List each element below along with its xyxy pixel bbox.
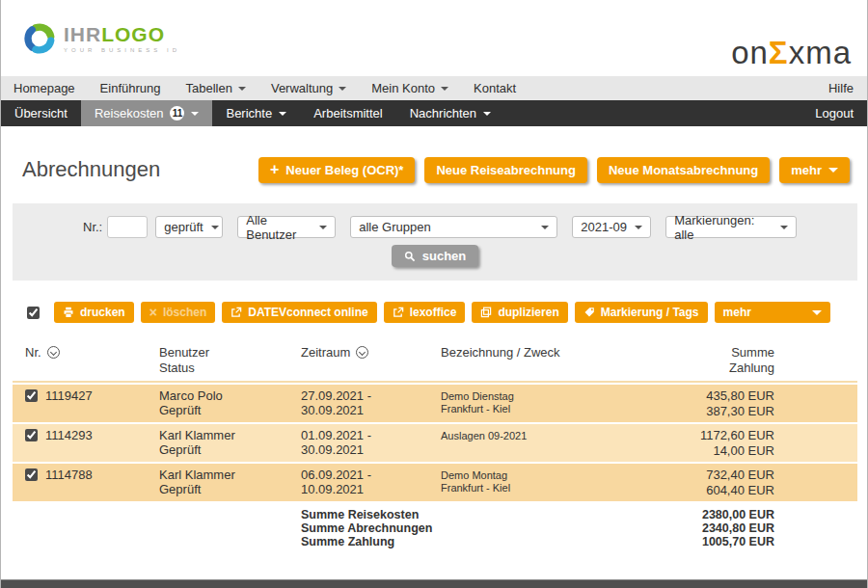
row-payment: 14,00 EUR (692, 443, 774, 459)
nav-mein-konto[interactable]: Mein Konto (359, 76, 461, 100)
footer-bar (1, 579, 867, 588)
row-desc1: Auslagen 09-2021 (441, 430, 692, 442)
more-toolbar-button[interactable]: mehr (715, 302, 830, 323)
row-status: Geprüft (159, 482, 301, 496)
chevron-down-icon (319, 226, 327, 229)
nav-arbeitsmittel[interactable]: Arbeitsmittel (300, 100, 396, 126)
chevron-down-icon (541, 226, 549, 229)
col-period: Zeitraum (301, 345, 350, 361)
duplicate-button[interactable]: duplizieren (472, 302, 567, 323)
sort-nr-icon[interactable] (47, 346, 60, 359)
close-icon: × (149, 307, 157, 317)
datev-export-button[interactable]: DATEVconnect online (222, 302, 376, 323)
row-period-from: 06.09.2021 - (301, 468, 441, 482)
col-payment: Zahlung (692, 361, 774, 376)
col-description: Bezeichnung / Zweck (441, 345, 692, 376)
summary-value: 2380,00 EUR (692, 508, 774, 521)
new-receipt-button[interactable]: + Neuer Beleg (OCR)* (258, 157, 415, 183)
table-row[interactable]: 1119427 Marco Polo Geprüft 27.09.2021 - … (13, 385, 857, 422)
filter-panel: Nr.: geprüft Alle Benutzer alle Gruppen … (13, 203, 857, 281)
title-row: Abrechnungen + Neuer Beleg (OCR)* Neue R… (1, 126, 867, 183)
print-button[interactable]: drucken (54, 302, 134, 323)
users-select[interactable]: Alle Benutzer (237, 216, 336, 238)
delete-button[interactable]: × löschen (141, 302, 216, 323)
lexoffice-export-button[interactable]: lexoffice (384, 302, 466, 323)
chevron-down-icon (211, 226, 219, 229)
company-logo[interactable]: IHRLOGO YOUR BUSINESS ID (18, 17, 180, 60)
chevron-down-icon (441, 87, 448, 91)
nav-reisekosten[interactable]: Reisekosten 11 (81, 100, 213, 126)
row-period-to: 30.09.2021 (301, 403, 441, 417)
row-period-from: 01.09.2021 - (301, 428, 441, 442)
sort-period-icon[interactable] (356, 346, 368, 359)
nav-nachrichten[interactable]: Nachrichten (396, 100, 504, 126)
tag-icon (583, 307, 595, 318)
row-sum: 1172,60 EUR (692, 428, 774, 443)
table-row[interactable]: 1114788 Karl Klammer Geprüft 06.09.2021 … (13, 464, 857, 501)
row-period-to: 30.09.2021 (301, 442, 441, 457)
nav-verwaltung[interactable]: Verwaltung (258, 76, 359, 100)
external-link-icon (393, 307, 404, 318)
row-desc2: Frankfurt - Kiel (441, 403, 692, 415)
logo-text: IHRLOGO YOUR BUSINESS ID (64, 17, 180, 53)
row-user: Karl Klammer (159, 468, 301, 482)
nav-tabellen[interactable]: Tabellen (174, 76, 258, 100)
row-nr: 1114788 (45, 468, 93, 482)
status-select[interactable]: geprüft (155, 216, 223, 238)
page-title: Abrechnungen (22, 157, 249, 182)
nr-label: Nr.: (83, 220, 102, 234)
summary-value: 1005,70 EUR (692, 535, 774, 548)
nav-uebersicht[interactable]: Übersicht (1, 100, 81, 126)
row-sum: 732,40 EUR (692, 468, 774, 483)
onexma-sigma-icon: Σ (769, 35, 789, 70)
nav-kontakt[interactable]: Kontakt (461, 76, 529, 100)
logo-tagline: YOUR BUSINESS ID (64, 47, 180, 53)
row-desc2: Frankfurt - Kiel (441, 482, 692, 494)
onexma-pre: on (731, 35, 769, 70)
reports-table: Nr. Benutzer Status Zeitraum Bezeichnung… (13, 345, 857, 548)
row-status: Geprüft (159, 442, 301, 457)
chevron-down-icon (635, 226, 642, 229)
row-period-to: 10.09.2021 (301, 482, 441, 496)
chevron-down-icon (238, 87, 246, 91)
row-payment: 604,40 EUR (692, 483, 774, 498)
external-link-icon (231, 307, 242, 318)
more-actions-button[interactable]: mehr (779, 157, 850, 183)
row-checkbox[interactable] (25, 468, 38, 481)
col-sum: Summe (692, 345, 774, 361)
chevron-down-icon (279, 112, 286, 116)
row-checkbox[interactable] (25, 389, 38, 402)
new-travel-report-button[interactable]: Neue Reiseabrechnung (424, 157, 587, 183)
row-user: Karl Klammer (159, 428, 301, 442)
col-user: Benutzer (159, 345, 301, 361)
search-button[interactable]: suchen (392, 245, 479, 267)
count-badge: 11 (170, 106, 184, 120)
nav-berichte[interactable]: Berichte (212, 100, 300, 126)
onexma-post: xma (789, 35, 852, 70)
bulk-toolbar: drucken × löschen DATEVconnect online le… (13, 301, 857, 324)
nav-hilfe[interactable]: Hilfe (815, 76, 867, 100)
col-nr: Nr. (25, 345, 41, 361)
month-select[interactable]: 2021-09 (572, 216, 651, 238)
chevron-down-icon (191, 112, 199, 116)
row-status: Geprüft (159, 403, 301, 417)
nav-einfuehrung[interactable]: Einführung (88, 76, 174, 100)
nr-input[interactable] (107, 216, 148, 238)
row-checkbox[interactable] (25, 429, 38, 441)
table-row[interactable]: 1114293 Karl Klammer Geprüft 01.09.2021 … (13, 424, 857, 462)
primary-nav: Homepage Einführung Tabellen Verwaltung … (1, 76, 867, 100)
row-user: Marco Polo (159, 388, 301, 403)
new-monthly-report-button[interactable]: Neue Monatsabrechnung (597, 157, 770, 183)
summary-label: Summe Abrechnungen (301, 521, 692, 535)
markers-select[interactable]: Markierungen: alle (665, 216, 797, 238)
row-nr: 1114293 (45, 428, 93, 442)
chevron-down-icon (828, 168, 838, 173)
page-header: IHRLOGO YOUR BUSINESS ID onΣxma (1, 0, 867, 76)
tags-button[interactable]: Markierung / Tags (575, 302, 708, 323)
select-all-checkbox[interactable] (27, 307, 40, 319)
nav-homepage[interactable]: Homepage (1, 76, 88, 100)
groups-select[interactable]: alle Gruppen (350, 216, 557, 238)
row-desc1: Demo Dienstag (441, 390, 692, 403)
row-sum: 435,80 EUR (692, 388, 774, 404)
nav-logout[interactable]: Logout (801, 100, 867, 126)
